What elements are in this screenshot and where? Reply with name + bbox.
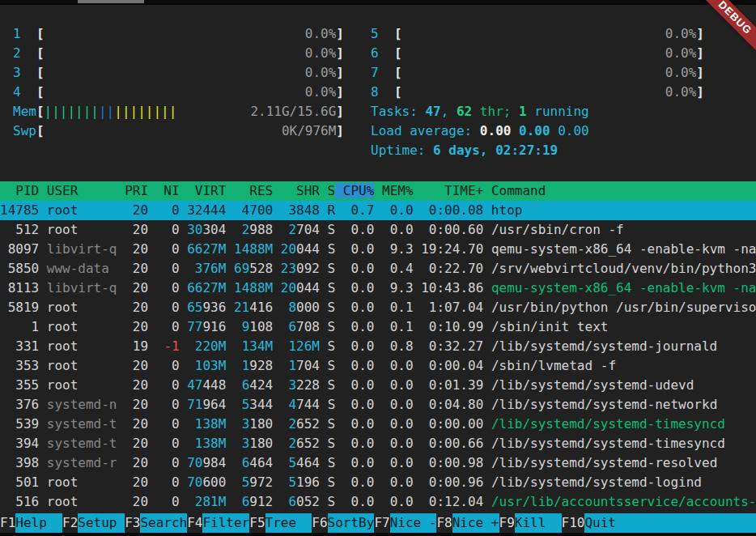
meter-open-bracket: [ — [36, 24, 45, 44]
fn-f8-button[interactable]: Nice + — [452, 513, 499, 533]
text-segment: 2 — [242, 222, 250, 237]
text-segment: 304 — [202, 222, 241, 237]
window-drag-grip[interactable] — [78, 0, 144, 3]
process-row[interactable]: 398 systemd-r 20 0 70984 6464 5464 S 0.0… — [0, 453, 756, 473]
text-segment — [226, 494, 241, 509]
text-segment: 344 — [249, 397, 288, 412]
text-segment: 8 — [288, 300, 296, 315]
fn-f4-button[interactable]: Filter — [202, 513, 249, 533]
text-segment: systemd-t — [47, 436, 117, 451]
text-segment — [226, 261, 234, 276]
process-row[interactable]: 8113 libvirt-q 20 0 6627M 1488M 20044 S … — [0, 279, 756, 298]
meter-track: 0.0% — [402, 24, 697, 44]
text-segment: 1 — [288, 358, 296, 373]
text-segment: 69 — [234, 261, 249, 276]
text-segment: 704 S 0.0 0.0 0:00.60 /usr/sbin/cron -f — [296, 222, 624, 237]
sort-column-cpu[interactable]: CPU% — [335, 183, 374, 198]
text-segment: 2 — [288, 416, 296, 432]
process-row[interactable]: 512 root 20 0 30304 2988 2704 S 0.0 0.0 … — [0, 220, 756, 240]
process-row-selected[interactable]: 14785 root 20 0 32444 4700 3848 R 0.7 0.… — [0, 201, 756, 220]
fn-f10-button[interactable]: Quit — [584, 513, 756, 533]
meter-value: 0.0% — [305, 63, 337, 83]
meter-track: 0.0% — [45, 44, 337, 63]
text-segment: 108 — [249, 319, 288, 334]
text-segment: , — [441, 104, 457, 119]
text-segment: /lib/systemd/systemd-timesyncd — [491, 416, 725, 432]
text-segment: 928 — [249, 358, 288, 373]
htop-terminal: { "ribbon": { "text": "DEBUG", "color": … — [0, 0, 756, 536]
process-row[interactable]: 353 root 20 0 103M 1928 1704 S 0.0 0.0 0… — [0, 356, 756, 376]
meter-value: 0.0% — [665, 63, 697, 83]
fn-f10-key: F10 — [562, 513, 585, 533]
meter-track: 0K/976M — [45, 121, 337, 141]
fn-f2-button[interactable]: Setup — [78, 513, 125, 533]
fn-f9-button[interactable]: Kill — [515, 513, 562, 533]
fn-f5-key: F5 — [249, 513, 265, 533]
text-segment: 744 S 0.0 0.0 0:04.80 /lib/systemd/syste… — [296, 397, 717, 412]
fn-f1-button[interactable]: Help — [15, 513, 62, 533]
text-segment: 600 — [202, 474, 241, 490]
function-key-bar: F1Help F2Setup F3SearchF4FilterF5Tree F6… — [0, 513, 756, 533]
text-segment: 180 — [249, 436, 288, 451]
text-segment: 5 — [242, 397, 250, 412]
text-segment: 3 — [242, 436, 250, 451]
process-row[interactable]: 394 systemd-t 20 0 138M 3180 2652 S 0.0 … — [0, 434, 756, 453]
text-segment: 092 S 0.0 0.4 0:22.70 /srv/webvirtcloud/… — [296, 261, 756, 276]
text-segment: 6 — [242, 494, 250, 509]
meter-open-bracket: [ — [36, 121, 45, 141]
text-segment: MEM% TIME+ Command — [374, 183, 546, 198]
table-header[interactable]: PID USER PRI NI VIRT RES SHR S CPU% MEM%… — [0, 181, 756, 201]
text-segment — [273, 280, 281, 296]
meter-3: 3 [0.0%] — [13, 63, 344, 83]
window-bottom-edge — [0, 533, 756, 536]
text-segment: 044 S 0.0 9.3 19:24.70 qemu-system-x86_6… — [296, 241, 756, 257]
text-segment: 47 — [187, 377, 202, 393]
text-segment: 71 — [187, 397, 202, 412]
text-segment — [226, 280, 234, 296]
meter-bar-blue: || — [99, 104, 114, 119]
process-row[interactable]: 501 root 20 0 70600 5972 5196 S 0.0 0.0 … — [0, 473, 756, 492]
meter-close-bracket: ] — [336, 121, 344, 141]
meter-bar-yellow: |||||||| — [114, 104, 176, 119]
process-row[interactable]: 539 systemd-t 20 0 138M 3180 2652 S 0.0 … — [0, 415, 756, 434]
text-segment: 3 — [242, 416, 250, 432]
text-segment: 20 — [281, 280, 296, 296]
text-segment: 6 — [242, 455, 250, 470]
process-row[interactable]: 331 root 19 -1 220M 134M 126M S 0.0 0.8 … — [0, 337, 756, 356]
text-segment — [226, 358, 241, 373]
process-row[interactable]: 5819 root 20 0 65936 21416 8000 S 0.0 0.… — [0, 298, 756, 317]
text-segment: 376M — [195, 261, 227, 276]
meter-track: 0.0% — [402, 63, 697, 83]
debug-ribbon-wrap: DEBUG — [699, 0, 756, 57]
text-segment: S 0.0 0.8 0:32.27 /lib/systemd/systemd-j… — [320, 338, 717, 354]
process-row[interactable]: 5850 www-data 20 0 376M 69528 23092 S 0.… — [0, 259, 756, 279]
process-row[interactable]: 8097 libvirt-q 20 0 6627M 1488M 20044 S … — [0, 240, 756, 259]
text-segment: 964 — [202, 397, 241, 412]
meter-close-bracket: ] — [696, 63, 704, 83]
fn-f6-button[interactable]: SortBy — [328, 513, 375, 533]
fn-f7-button[interactable]: Nice - — [390, 513, 437, 533]
meter-open-bracket: [ — [36, 102, 45, 121]
meter-swp: Swp[0K/976M] — [13, 121, 344, 141]
process-row[interactable]: 355 root 20 0 47448 6424 3228 S 0.0 0.0 … — [0, 376, 756, 395]
text-segment: 972 — [249, 474, 288, 490]
process-row[interactable]: 376 systemd-n 20 0 71964 5344 4744 S 0.0… — [0, 395, 756, 415]
text-segment: 000 S 0.0 0.1 1:07.04 /usr/bin/python /u… — [296, 300, 756, 315]
meter-close-bracket: ] — [696, 83, 704, 102]
text-segment: 5850 — [0, 261, 47, 276]
process-row[interactable]: 1 root 20 0 77916 9108 6708 S 0.0 0.1 0:… — [0, 317, 756, 337]
meter-value: 0.0% — [665, 83, 697, 102]
fn-f3-button[interactable]: Search — [140, 513, 187, 533]
text-segment: systemd-r — [47, 455, 117, 470]
text-segment: 394 — [0, 436, 47, 451]
text-segment: 988 — [249, 222, 288, 237]
process-table: PID USER PRI NI VIRT RES SHR S CPU% MEM%… — [0, 181, 756, 512]
fn-f5-button[interactable]: Tree — [265, 513, 312, 533]
text-segment — [226, 416, 241, 432]
text-segment: Load average: — [371, 123, 480, 138]
text-segment — [226, 436, 241, 451]
meter-value: 0.0% — [305, 83, 337, 102]
fn-f4-key: F4 — [187, 513, 202, 533]
text-segment: 936 — [202, 300, 234, 315]
process-row[interactable]: 516 root 20 0 281M 6912 6052 S 0.0 0.0 0… — [0, 492, 756, 512]
